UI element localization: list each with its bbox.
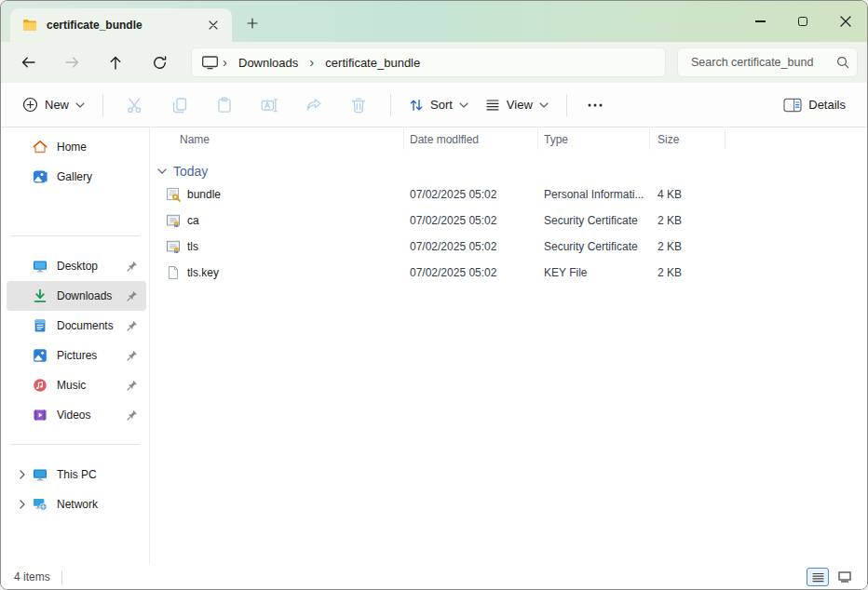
share-button[interactable]: [295, 89, 332, 121]
pin-icon: [127, 290, 138, 302]
sidebar-item-downloads[interactable]: Downloads: [7, 281, 146, 311]
breadcrumb-chevron-icon: ›: [305, 54, 318, 72]
back-button[interactable]: [10, 47, 46, 77]
search-box: [677, 47, 858, 77]
file-date: 07/02/2025 05:02: [404, 266, 538, 279]
file-row-bundle[interactable]: bundle 07/02/2025 05:02 Personal Informa…: [150, 181, 867, 208]
file-size: 2 KB: [650, 214, 726, 227]
maximize-button[interactable]: [781, 1, 824, 42]
toolbar-separator: [102, 94, 103, 116]
pin-icon: [127, 409, 138, 421]
group-header-today[interactable]: Today: [150, 161, 867, 181]
file-type: Personal Informati...: [538, 188, 650, 201]
search-icon: [836, 56, 849, 69]
network-icon: [33, 497, 47, 512]
item-count: 4 items: [14, 570, 50, 583]
file-name: ca: [187, 214, 199, 227]
sidebar-item-label: Network: [57, 498, 98, 511]
file-type: KEY File: [538, 266, 650, 279]
close-icon: [840, 16, 851, 27]
arrow-right-icon: [64, 55, 80, 70]
sidebar-item-network[interactable]: Network: [7, 489, 146, 519]
sidebar-divider: [10, 235, 140, 236]
file-name: bundle: [187, 188, 221, 201]
tab-close-button[interactable]: [202, 14, 224, 36]
details-view-icon: [812, 572, 824, 583]
expand-chevron-icon[interactable]: [12, 470, 33, 479]
sidebar-item-this-pc[interactable]: This PC: [7, 460, 146, 489]
sidebar-item-desktop[interactable]: Desktop: [7, 251, 146, 281]
chevron-down-icon: [539, 102, 549, 108]
column-header-size[interactable]: Size: [650, 129, 726, 150]
key-file-icon: [166, 265, 181, 280]
sort-button-label: Sort: [430, 98, 453, 112]
sort-button[interactable]: Sort: [400, 92, 477, 118]
main-area: Home Gallery Desktop: [1, 127, 867, 565]
new-button-label: New: [45, 98, 69, 112]
file-size: 2 KB: [650, 240, 726, 253]
command-toolbar: New Sort View: [1, 83, 867, 127]
sidebar: Home Gallery Desktop: [1, 127, 150, 565]
toolbar-separator: [566, 94, 567, 116]
view-button[interactable]: View: [477, 92, 557, 117]
explorer-tab[interactable]: certificate_bundle: [10, 8, 232, 42]
minimize-icon: [755, 20, 766, 21]
cut-button[interactable]: [116, 89, 154, 121]
sidebar-item-gallery[interactable]: Gallery: [7, 162, 146, 192]
search-input[interactable]: [689, 55, 836, 70]
breadcrumb-item-downloads[interactable]: Downloads: [231, 53, 305, 73]
paste-button[interactable]: [206, 89, 243, 121]
forward-button[interactable]: [54, 47, 89, 77]
column-header-name[interactable]: Name: [150, 129, 404, 150]
documents-icon: [33, 318, 47, 333]
sidebar-item-label: This PC: [57, 468, 97, 481]
delete-button[interactable]: [340, 89, 377, 121]
sidebar-item-label: Music: [57, 379, 86, 392]
rename-button[interactable]: [251, 89, 288, 121]
sidebar-divider: [10, 444, 140, 445]
column-header-date-modified[interactable]: Date modified: [404, 129, 538, 150]
file-row-tls-key[interactable]: tls.key 07/02/2025 05:02 KEY File 2 KB: [150, 260, 867, 286]
sidebar-item-label: Gallery: [57, 170, 92, 183]
new-button[interactable]: New: [14, 91, 93, 118]
large-icons-view-toggle[interactable]: [834, 568, 856, 586]
up-button[interactable]: [98, 47, 133, 77]
sidebar-item-documents[interactable]: Documents: [7, 311, 146, 341]
more-options-button[interactable]: [580, 89, 610, 121]
minimize-button[interactable]: [739, 1, 781, 42]
rename-icon: [260, 96, 278, 114]
paste-icon: [215, 96, 234, 114]
sidebar-item-videos[interactable]: Videos: [7, 400, 146, 430]
file-size: 2 KB: [650, 266, 726, 279]
file-row-tls[interactable]: tls 07/02/2025 05:02 Security Certificat…: [150, 234, 867, 260]
column-header-type[interactable]: Type: [538, 129, 650, 150]
details-pane-button[interactable]: Details: [775, 92, 854, 118]
sidebar-item-music[interactable]: Music: [7, 370, 146, 400]
details-button-label: Details: [808, 98, 846, 112]
file-explorer-window: certificate_bundle: [0, 0, 868, 590]
arrow-up-icon: [108, 55, 123, 71]
folder-icon: [22, 19, 37, 32]
new-tab-button[interactable]: [239, 10, 265, 36]
sidebar-item-pictures[interactable]: Pictures: [7, 341, 146, 370]
file-size: 4 KB: [650, 188, 726, 201]
refresh-button[interactable]: [142, 47, 177, 77]
this-pc-breadcrumb-icon[interactable]: [201, 55, 219, 70]
column-headers: Name Date modified Type Size: [150, 127, 867, 152]
large-icons-view-icon: [838, 571, 851, 583]
sidebar-item-label: Documents: [57, 319, 114, 332]
desktop-icon: [33, 259, 47, 274]
maximize-icon: [798, 17, 807, 26]
details-view-toggle[interactable]: [807, 568, 829, 586]
plus-circle-icon: [22, 97, 38, 113]
chevron-down-icon: [75, 102, 85, 108]
file-type: Security Certificate: [538, 214, 650, 227]
sidebar-item-label: Downloads: [57, 289, 112, 302]
sidebar-item-home[interactable]: Home: [7, 132, 146, 162]
expand-chevron-icon[interactable]: [12, 500, 33, 509]
pfx-certificate-icon: [166, 187, 181, 202]
breadcrumb-item-folder[interactable]: certificate_bundle: [318, 53, 427, 73]
file-row-ca[interactable]: ca 07/02/2025 05:02 Security Certificate…: [150, 208, 867, 234]
copy-button[interactable]: [161, 89, 198, 121]
close-button[interactable]: [824, 1, 867, 42]
